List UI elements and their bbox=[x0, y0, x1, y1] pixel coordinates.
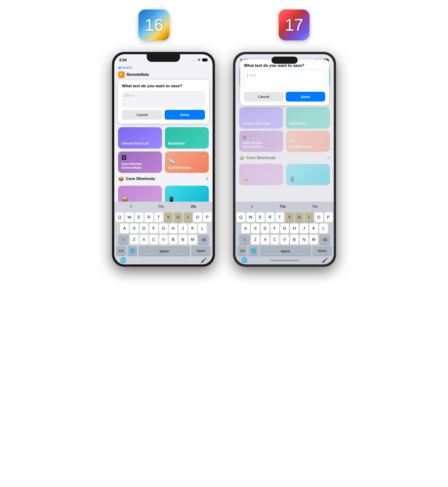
iphone17-suggestion-3[interactable]: I'm bbox=[312, 205, 318, 209]
iphone16-screen: 3:54 ··· ◀ Search 🔔 RemoteNote bbox=[114, 54, 213, 264]
iphone16-shortcut-title-1: Choose from List bbox=[121, 141, 159, 145]
iphone16-core-label: Core Shortcuts bbox=[126, 176, 155, 181]
key-g[interactable]: G bbox=[159, 223, 168, 233]
iphone17-globe-bottom[interactable]: 🌐 bbox=[241, 257, 248, 264]
key-globe[interactable]: 🌐 bbox=[127, 246, 137, 256]
key17-u[interactable]: U bbox=[295, 212, 304, 222]
key17-n[interactable]: N bbox=[300, 235, 308, 245]
key17-q[interactable]: Q bbox=[237, 212, 245, 222]
key-d[interactable]: D bbox=[140, 223, 148, 233]
iphone16-suggestion-2[interactable]: I'm bbox=[159, 205, 164, 209]
key-e[interactable]: E bbox=[135, 212, 144, 222]
key17-k[interactable]: K bbox=[310, 223, 318, 233]
key-k[interactable]: K bbox=[188, 223, 197, 233]
key-shift[interactable]: ⇧ bbox=[118, 235, 129, 245]
key-h[interactable]: H bbox=[169, 223, 177, 233]
key17-z[interactable]: Z bbox=[251, 235, 260, 245]
iphone16-suggestion-3[interactable]: We bbox=[191, 205, 196, 209]
key17-a[interactable]: A bbox=[241, 223, 250, 233]
iphone16-shortcut-title-2: Backlinker bbox=[168, 141, 206, 145]
iphone16-text-input[interactable]: | Text bbox=[122, 91, 205, 107]
iphone16-back-nav[interactable]: ◀ Search bbox=[114, 65, 213, 70]
key17-r[interactable]: R bbox=[266, 212, 274, 222]
key-z[interactable]: Z bbox=[130, 235, 138, 245]
key17-l[interactable]: L bbox=[319, 223, 328, 233]
key-l[interactable]: L bbox=[198, 223, 207, 233]
iphone16-app-header: 🔔 RemoteNote bbox=[114, 70, 213, 80]
key-j[interactable]: J bbox=[179, 223, 187, 233]
key17-globe[interactable]: 🌐 bbox=[248, 246, 258, 256]
ios17-app-icon: 17 bbox=[279, 9, 310, 41]
key-y[interactable]: Y bbox=[164, 212, 173, 222]
iphone16-shortcut-audio-prompts[interactable]: ··· 📡 AudioPrompts bbox=[165, 151, 209, 173]
key17-num[interactable]: 123 bbox=[237, 246, 247, 256]
key-o[interactable]: O bbox=[193, 212, 202, 222]
iphone17-cancel-button[interactable]: Cancel bbox=[244, 92, 283, 101]
iphone17-done-button[interactable]: Done bbox=[286, 92, 325, 101]
key17-i[interactable]: I bbox=[305, 212, 313, 222]
key17-b[interactable]: B bbox=[290, 235, 299, 245]
iphone16-shortcut-save-screenshots[interactable]: ··· 🖼 Save Review Screenshots bbox=[118, 151, 162, 173]
key-v[interactable]: V bbox=[159, 235, 168, 245]
iphone17-key-row3: ⇧ Z X C V B N M ⌫ bbox=[236, 235, 333, 245]
key-t[interactable]: T bbox=[154, 212, 163, 222]
iphone17-keyboard-extras: 🌐 🎤 bbox=[236, 256, 333, 264]
key17-h[interactable]: H bbox=[290, 223, 299, 233]
key17-y[interactable]: Y bbox=[285, 212, 294, 222]
iphone17-suggestion-2[interactable]: The bbox=[279, 205, 286, 209]
key17-delete[interactable]: ⌫ bbox=[319, 235, 330, 245]
iphone16-globe-label: 🌐 bbox=[120, 257, 126, 264]
iphone17-core-add[interactable]: + bbox=[327, 155, 330, 161]
key-r[interactable]: R bbox=[145, 212, 153, 222]
key17-c[interactable]: C bbox=[271, 235, 279, 245]
key17-shift[interactable]: ⇧ bbox=[239, 235, 250, 245]
key-i[interactable]: I bbox=[184, 212, 192, 222]
key-f[interactable]: F bbox=[149, 223, 158, 233]
key-c[interactable]: C bbox=[149, 235, 158, 245]
iphone17-core-shortcuts: ··· 📦 ··· 📱 bbox=[235, 161, 334, 185]
key17-o[interactable]: O bbox=[314, 212, 323, 222]
iphone16-wifi-icon bbox=[197, 58, 201, 62]
key-a[interactable]: A bbox=[120, 223, 129, 233]
key17-g[interactable]: G bbox=[280, 223, 289, 233]
key-u[interactable]: U bbox=[174, 212, 183, 222]
iphone17-core-shortcut-1: ··· 📦 bbox=[239, 164, 283, 185]
key-p[interactable]: P bbox=[203, 212, 212, 222]
svg-rect-1 bbox=[207, 59, 208, 61]
key-x[interactable]: X bbox=[140, 235, 148, 245]
key-num[interactable]: 123 bbox=[116, 246, 126, 256]
key17-p[interactable]: P bbox=[324, 212, 333, 222]
key-n[interactable]: N bbox=[179, 235, 187, 245]
iphone16-core-add[interactable]: + bbox=[206, 176, 209, 182]
key17-e[interactable]: E bbox=[256, 212, 265, 222]
key17-f[interactable]: F bbox=[271, 223, 279, 233]
iphone16-suggestion-1[interactable]: I bbox=[131, 205, 132, 209]
iphone16-shortcut-backlinker[interactable]: ··· Backlinker bbox=[165, 127, 209, 149]
key17-j[interactable]: J bbox=[300, 223, 308, 233]
key17-d[interactable]: D bbox=[261, 223, 269, 233]
key17-v[interactable]: V bbox=[280, 235, 289, 245]
key17-return[interactable]: return bbox=[312, 246, 332, 256]
iphone17-bg-card3: 🖼 Save Review Screenshots bbox=[239, 131, 283, 152]
key17-s[interactable]: S bbox=[251, 223, 260, 233]
key-w[interactable]: W bbox=[125, 212, 134, 222]
key17-m[interactable]: M bbox=[310, 235, 318, 245]
key17-t[interactable]: T bbox=[276, 212, 284, 222]
key17-w[interactable]: W bbox=[246, 212, 255, 222]
iphone16-done-button[interactable]: Done bbox=[165, 110, 205, 120]
iphone16-cancel-button[interactable]: Cancel bbox=[122, 110, 162, 120]
iphone16-shortcut-choose-list[interactable]: ··· Choose from List bbox=[118, 127, 162, 149]
key-delete[interactable]: ⌫ bbox=[198, 235, 209, 245]
key-m[interactable]: M bbox=[188, 235, 197, 245]
key-q[interactable]: Q bbox=[115, 212, 124, 222]
key-s[interactable]: S bbox=[130, 223, 138, 233]
iphone17-bg-card4: 📡 AudioPrompts bbox=[286, 131, 330, 152]
key17-x[interactable]: X bbox=[261, 235, 269, 245]
key17-space[interactable]: space bbox=[260, 246, 311, 256]
iphone17-mic-bottom[interactable]: 🎤 bbox=[322, 257, 328, 264]
iphone17-suggestion-1[interactable]: I bbox=[252, 205, 253, 209]
key-return[interactable]: return bbox=[191, 246, 211, 256]
key-b[interactable]: B bbox=[169, 235, 177, 245]
iphone17-text-input[interactable]: | Text bbox=[244, 70, 325, 89]
key-space[interactable]: space bbox=[138, 246, 190, 256]
